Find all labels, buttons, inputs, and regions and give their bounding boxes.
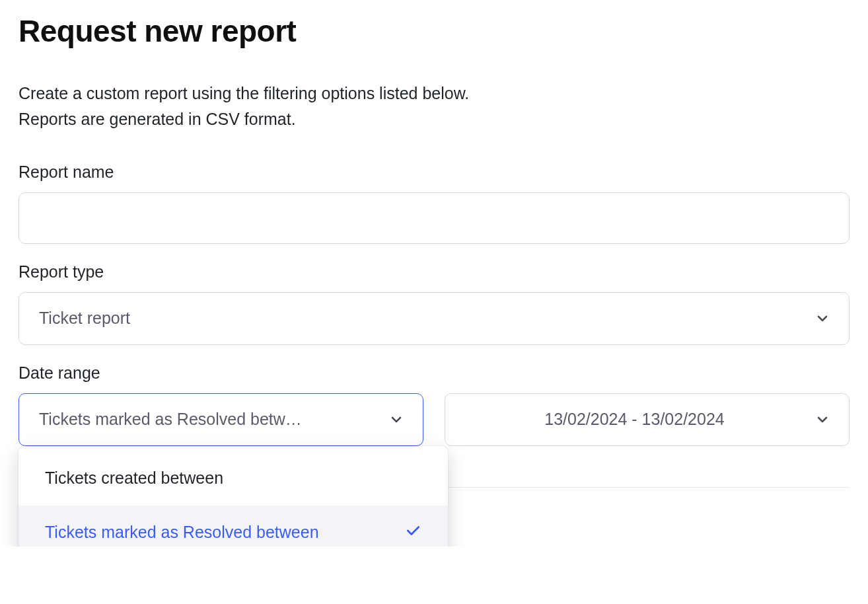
date-range-picker[interactable]: 13/02/2024 - 13/02/2024 xyxy=(445,393,850,446)
page-title: Request new report xyxy=(18,13,850,49)
page-description: Create a custom report using the filteri… xyxy=(18,81,850,132)
date-range-filter-select[interactable]: Tickets marked as Resolved betw… xyxy=(18,393,423,446)
dropdown-option-label: Tickets marked as Resolved between xyxy=(45,523,319,542)
date-range-label: Date range xyxy=(18,363,850,383)
date-range-filter-value: Tickets marked as Resolved betw… xyxy=(39,410,302,429)
report-type-label: Report type xyxy=(18,262,850,282)
check-icon xyxy=(404,522,421,543)
report-name-label: Report name xyxy=(18,163,850,182)
date-range-filter-wrapper: Tickets marked as Resolved betw… Tickets… xyxy=(18,393,423,446)
report-type-select[interactable]: Ticket report xyxy=(18,292,850,345)
report-name-input[interactable] xyxy=(18,192,850,244)
report-name-group: Report name xyxy=(18,163,850,244)
request-report-page: Request new report Create a custom repor… xyxy=(0,0,868,547)
date-range-filter-dropdown: Tickets created between Tickets marked a… xyxy=(18,446,448,547)
chevron-down-icon xyxy=(814,311,830,326)
dropdown-option-resolved-between[interactable]: Tickets marked as Resolved between xyxy=(18,506,448,547)
report-type-value: Ticket report xyxy=(39,309,130,328)
dropdown-option-created-between[interactable]: Tickets created between xyxy=(18,451,448,506)
description-line-2: Reports are generated in CSV format. xyxy=(18,110,296,128)
chevron-down-icon xyxy=(388,412,404,428)
date-range-picker-wrapper: 13/02/2024 - 13/02/2024 xyxy=(445,393,850,446)
date-range-group: Date range Tickets marked as Resolved be… xyxy=(18,363,850,446)
report-type-group: Report type Ticket report xyxy=(18,262,850,345)
date-range-value: 13/02/2024 - 13/02/2024 xyxy=(465,410,804,429)
dropdown-option-label: Tickets created between xyxy=(45,469,223,488)
chevron-down-icon xyxy=(814,412,830,428)
description-line-1: Create a custom report using the filteri… xyxy=(18,84,469,102)
